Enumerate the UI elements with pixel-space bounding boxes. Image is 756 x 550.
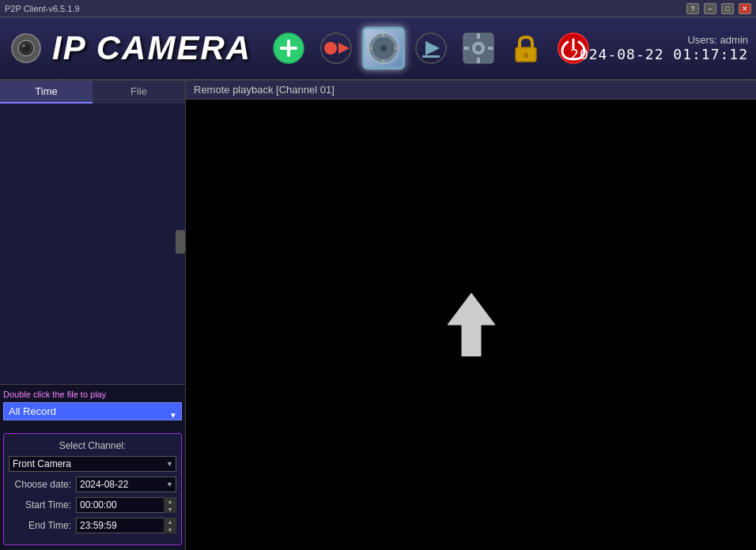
filter-box: Select Channel: Front Camera Channel 01 … bbox=[3, 433, 182, 545]
app-name: IP CAMERA bbox=[52, 29, 251, 67]
playback-area bbox=[186, 100, 756, 550]
hint-text: Double click the file to play bbox=[3, 390, 182, 399]
left-panel: Time File Double click the file to play … bbox=[0, 81, 186, 550]
start-time-spinner: ▲ ▼ bbox=[164, 497, 176, 513]
start-time-wrapper: ▲ ▼ bbox=[76, 497, 176, 513]
minimize-button[interactable]: – bbox=[704, 3, 716, 14]
close-button[interactable]: ✕ bbox=[739, 3, 751, 14]
window-controls: ? – □ ✕ bbox=[686, 3, 751, 14]
datetime-display: 2024-08-22 01:17:12 bbox=[570, 46, 748, 62]
start-time-row: Start Time: ▲ ▼ bbox=[9, 497, 176, 513]
record-button[interactable] bbox=[315, 27, 357, 70]
end-time-spinner: ▲ ▼ bbox=[164, 518, 176, 533]
tab-file[interactable]: File bbox=[93, 81, 185, 104]
datetime-user-block: Users: admin 2024-08-22 01:17:12 bbox=[570, 34, 748, 62]
end-time-row: End Time: ▲ ▼ bbox=[9, 518, 176, 533]
end-time-down[interactable]: ▼ bbox=[164, 526, 176, 533]
channel-select-wrapper: Front Camera Channel 01 Channel 02 bbox=[9, 456, 176, 472]
record-type-wrapper: All Record Normal Motion Alarm bbox=[3, 402, 182, 427]
scrollbar-handle[interactable] bbox=[176, 230, 185, 254]
tab-time[interactable]: Time bbox=[0, 81, 93, 104]
app-title-bar: P2P Client-v6.5.1.9 bbox=[5, 4, 80, 13]
date-select-wrapper: 2024-08-22 bbox=[76, 477, 176, 492]
start-time-up[interactable]: ▲ bbox=[164, 497, 176, 505]
svg-rect-6 bbox=[280, 47, 297, 50]
help-button[interactable]: ? bbox=[686, 3, 699, 14]
end-time-wrapper: ▲ ▼ bbox=[76, 518, 176, 533]
start-time-down[interactable]: ▼ bbox=[164, 505, 176, 513]
tab-bar: Time File bbox=[0, 81, 185, 104]
up-arrow-indicator bbox=[448, 293, 495, 356]
svg-point-12 bbox=[380, 45, 387, 51]
restore-button[interactable]: □ bbox=[721, 3, 734, 14]
svg-marker-30 bbox=[448, 293, 495, 356]
svg-rect-25 bbox=[463, 47, 469, 50]
main-layout: Time File Double click the file to play … bbox=[0, 81, 756, 550]
svg-marker-9 bbox=[338, 43, 350, 54]
channel-row: Front Camera Channel 01 Channel 02 bbox=[9, 456, 176, 472]
svg-rect-24 bbox=[477, 58, 480, 63]
svg-rect-19 bbox=[422, 55, 440, 58]
title-bar: P2P Client-v6.5.1.9 ? – □ ✕ bbox=[0, 0, 756, 17]
svg-rect-26 bbox=[488, 47, 493, 50]
start-time-input[interactable] bbox=[76, 497, 176, 513]
playback-button[interactable] bbox=[362, 27, 405, 70]
playback-header: Remote playback [Channel 01] bbox=[186, 81, 756, 100]
file-list-area bbox=[0, 104, 185, 384]
channel-select[interactable]: Front Camera Channel 01 Channel 02 bbox=[9, 456, 176, 472]
record-type-select[interactable]: All Record Normal Motion Alarm bbox=[3, 402, 182, 420]
svg-point-8 bbox=[324, 42, 337, 55]
settings-button[interactable] bbox=[457, 27, 500, 70]
svg-point-22 bbox=[475, 45, 482, 51]
svg-rect-23 bbox=[477, 33, 480, 39]
right-panel: Remote playback [Channel 01] bbox=[186, 81, 756, 550]
lock-button[interactable] bbox=[505, 27, 547, 70]
end-time-up[interactable]: ▲ bbox=[164, 518, 176, 526]
user-info: Users: admin bbox=[570, 34, 748, 46]
svg-marker-18 bbox=[425, 41, 440, 55]
date-select[interactable]: 2024-08-22 bbox=[76, 477, 176, 492]
date-label: Choose date: bbox=[9, 479, 76, 490]
add-button[interactable] bbox=[267, 27, 310, 70]
app-header: IP CAMERA bbox=[0, 17, 756, 81]
svg-rect-28 bbox=[524, 53, 528, 58]
end-time-input[interactable] bbox=[76, 518, 176, 533]
start-time-label: Start Time: bbox=[9, 499, 76, 510]
remote-play-button[interactable] bbox=[410, 27, 452, 70]
svg-point-3 bbox=[22, 44, 25, 47]
date-row: Choose date: 2024-08-22 bbox=[9, 477, 176, 492]
end-time-label: End Time: bbox=[9, 520, 76, 531]
camera-decoration-icon bbox=[8, 30, 44, 66]
bottom-controls: Double click the file to play All Record… bbox=[0, 384, 185, 550]
channel-label-row: Select Channel: bbox=[9, 440, 176, 451]
toolbar bbox=[267, 27, 595, 70]
